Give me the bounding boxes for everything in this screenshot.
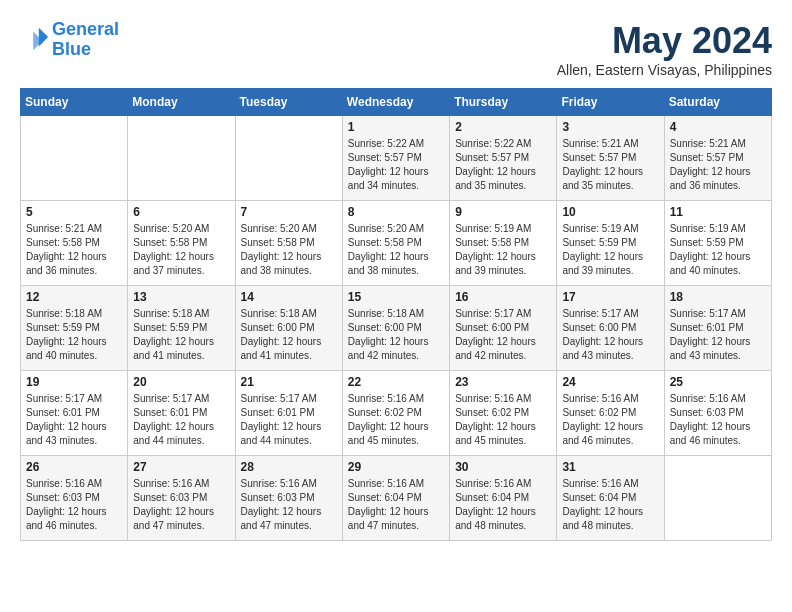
calendar-cell: 11Sunrise: 5:19 AMSunset: 5:59 PMDayligh…: [664, 201, 771, 286]
calendar-cell: 25Sunrise: 5:16 AMSunset: 6:03 PMDayligh…: [664, 371, 771, 456]
day-info: Sunrise: 5:22 AMSunset: 5:57 PMDaylight:…: [348, 137, 444, 193]
calendar-cell: 13Sunrise: 5:18 AMSunset: 5:59 PMDayligh…: [128, 286, 235, 371]
day-info: Sunrise: 5:21 AMSunset: 5:57 PMDaylight:…: [670, 137, 766, 193]
day-info: Sunrise: 5:20 AMSunset: 5:58 PMDaylight:…: [348, 222, 444, 278]
weekday-header-friday: Friday: [557, 89, 664, 116]
calendar-cell: 6Sunrise: 5:20 AMSunset: 5:58 PMDaylight…: [128, 201, 235, 286]
day-number: 5: [26, 205, 122, 219]
day-number: 30: [455, 460, 551, 474]
calendar-cell: 12Sunrise: 5:18 AMSunset: 5:59 PMDayligh…: [21, 286, 128, 371]
logo: General Blue: [20, 20, 119, 60]
calendar-cell: 21Sunrise: 5:17 AMSunset: 6:01 PMDayligh…: [235, 371, 342, 456]
day-number: 20: [133, 375, 229, 389]
day-info: Sunrise: 5:17 AMSunset: 6:01 PMDaylight:…: [670, 307, 766, 363]
day-info: Sunrise: 5:16 AMSunset: 6:02 PMDaylight:…: [348, 392, 444, 448]
weekday-header-row: SundayMondayTuesdayWednesdayThursdayFrid…: [21, 89, 772, 116]
weekday-header-thursday: Thursday: [450, 89, 557, 116]
calendar-cell: 17Sunrise: 5:17 AMSunset: 6:00 PMDayligh…: [557, 286, 664, 371]
day-number: 7: [241, 205, 337, 219]
day-number: 4: [670, 120, 766, 134]
day-number: 3: [562, 120, 658, 134]
calendar-cell: 22Sunrise: 5:16 AMSunset: 6:02 PMDayligh…: [342, 371, 449, 456]
weekday-header-sunday: Sunday: [21, 89, 128, 116]
day-info: Sunrise: 5:19 AMSunset: 5:59 PMDaylight:…: [670, 222, 766, 278]
day-number: 10: [562, 205, 658, 219]
day-number: 9: [455, 205, 551, 219]
calendar-cell: 18Sunrise: 5:17 AMSunset: 6:01 PMDayligh…: [664, 286, 771, 371]
day-info: Sunrise: 5:20 AMSunset: 5:58 PMDaylight:…: [241, 222, 337, 278]
day-number: 28: [241, 460, 337, 474]
calendar-cell: 5Sunrise: 5:21 AMSunset: 5:58 PMDaylight…: [21, 201, 128, 286]
day-info: Sunrise: 5:21 AMSunset: 5:57 PMDaylight:…: [562, 137, 658, 193]
calendar-cell: 16Sunrise: 5:17 AMSunset: 6:00 PMDayligh…: [450, 286, 557, 371]
day-info: Sunrise: 5:18 AMSunset: 6:00 PMDaylight:…: [348, 307, 444, 363]
day-number: 31: [562, 460, 658, 474]
day-number: 2: [455, 120, 551, 134]
calendar-cell: 31Sunrise: 5:16 AMSunset: 6:04 PMDayligh…: [557, 456, 664, 541]
day-number: 8: [348, 205, 444, 219]
calendar-cell: 24Sunrise: 5:16 AMSunset: 6:02 PMDayligh…: [557, 371, 664, 456]
calendar-week-row: 1Sunrise: 5:22 AMSunset: 5:57 PMDaylight…: [21, 116, 772, 201]
day-info: Sunrise: 5:17 AMSunset: 6:01 PMDaylight:…: [26, 392, 122, 448]
page-header: General Blue May 2024 Allen, Eastern Vis…: [20, 20, 772, 78]
day-info: Sunrise: 5:18 AMSunset: 5:59 PMDaylight:…: [133, 307, 229, 363]
day-number: 25: [670, 375, 766, 389]
day-info: Sunrise: 5:18 AMSunset: 5:59 PMDaylight:…: [26, 307, 122, 363]
calendar-cell: 28Sunrise: 5:16 AMSunset: 6:03 PMDayligh…: [235, 456, 342, 541]
calendar-cell: [128, 116, 235, 201]
day-number: 22: [348, 375, 444, 389]
logo-icon: [22, 24, 50, 52]
day-info: Sunrise: 5:17 AMSunset: 6:00 PMDaylight:…: [455, 307, 551, 363]
weekday-header-monday: Monday: [128, 89, 235, 116]
day-number: 18: [670, 290, 766, 304]
calendar-cell: 19Sunrise: 5:17 AMSunset: 6:01 PMDayligh…: [21, 371, 128, 456]
day-info: Sunrise: 5:16 AMSunset: 6:02 PMDaylight:…: [455, 392, 551, 448]
weekday-header-wednesday: Wednesday: [342, 89, 449, 116]
calendar-week-row: 19Sunrise: 5:17 AMSunset: 6:01 PMDayligh…: [21, 371, 772, 456]
calendar-cell: 4Sunrise: 5:21 AMSunset: 5:57 PMDaylight…: [664, 116, 771, 201]
calendar-week-row: 26Sunrise: 5:16 AMSunset: 6:03 PMDayligh…: [21, 456, 772, 541]
day-info: Sunrise: 5:17 AMSunset: 6:01 PMDaylight:…: [241, 392, 337, 448]
day-number: 24: [562, 375, 658, 389]
day-number: 1: [348, 120, 444, 134]
day-number: 19: [26, 375, 122, 389]
calendar-week-row: 5Sunrise: 5:21 AMSunset: 5:58 PMDaylight…: [21, 201, 772, 286]
calendar-cell: 14Sunrise: 5:18 AMSunset: 6:00 PMDayligh…: [235, 286, 342, 371]
calendar-week-row: 12Sunrise: 5:18 AMSunset: 5:59 PMDayligh…: [21, 286, 772, 371]
day-info: Sunrise: 5:19 AMSunset: 5:59 PMDaylight:…: [562, 222, 658, 278]
day-number: 16: [455, 290, 551, 304]
svg-marker-0: [39, 28, 48, 47]
month-title: May 2024: [557, 20, 772, 62]
day-info: Sunrise: 5:19 AMSunset: 5:58 PMDaylight:…: [455, 222, 551, 278]
day-info: Sunrise: 5:16 AMSunset: 6:04 PMDaylight:…: [455, 477, 551, 533]
calendar-cell: [664, 456, 771, 541]
title-block: May 2024 Allen, Eastern Visayas, Philipp…: [557, 20, 772, 78]
day-number: 14: [241, 290, 337, 304]
day-number: 15: [348, 290, 444, 304]
day-info: Sunrise: 5:16 AMSunset: 6:03 PMDaylight:…: [670, 392, 766, 448]
day-info: Sunrise: 5:16 AMSunset: 6:03 PMDaylight:…: [26, 477, 122, 533]
day-number: 21: [241, 375, 337, 389]
location-title: Allen, Eastern Visayas, Philippines: [557, 62, 772, 78]
day-number: 13: [133, 290, 229, 304]
day-info: Sunrise: 5:18 AMSunset: 6:00 PMDaylight:…: [241, 307, 337, 363]
day-info: Sunrise: 5:16 AMSunset: 6:03 PMDaylight:…: [241, 477, 337, 533]
calendar-cell: 26Sunrise: 5:16 AMSunset: 6:03 PMDayligh…: [21, 456, 128, 541]
day-number: 26: [26, 460, 122, 474]
day-info: Sunrise: 5:17 AMSunset: 6:01 PMDaylight:…: [133, 392, 229, 448]
weekday-header-tuesday: Tuesday: [235, 89, 342, 116]
day-number: 11: [670, 205, 766, 219]
calendar-cell: [235, 116, 342, 201]
day-number: 23: [455, 375, 551, 389]
day-info: Sunrise: 5:16 AMSunset: 6:02 PMDaylight:…: [562, 392, 658, 448]
day-info: Sunrise: 5:16 AMSunset: 6:04 PMDaylight:…: [562, 477, 658, 533]
weekday-header-saturday: Saturday: [664, 89, 771, 116]
day-number: 6: [133, 205, 229, 219]
day-number: 27: [133, 460, 229, 474]
day-info: Sunrise: 5:22 AMSunset: 5:57 PMDaylight:…: [455, 137, 551, 193]
calendar-cell: 8Sunrise: 5:20 AMSunset: 5:58 PMDaylight…: [342, 201, 449, 286]
calendar-cell: 29Sunrise: 5:16 AMSunset: 6:04 PMDayligh…: [342, 456, 449, 541]
calendar-cell: 27Sunrise: 5:16 AMSunset: 6:03 PMDayligh…: [128, 456, 235, 541]
calendar-cell: 30Sunrise: 5:16 AMSunset: 6:04 PMDayligh…: [450, 456, 557, 541]
calendar-cell: 9Sunrise: 5:19 AMSunset: 5:58 PMDaylight…: [450, 201, 557, 286]
